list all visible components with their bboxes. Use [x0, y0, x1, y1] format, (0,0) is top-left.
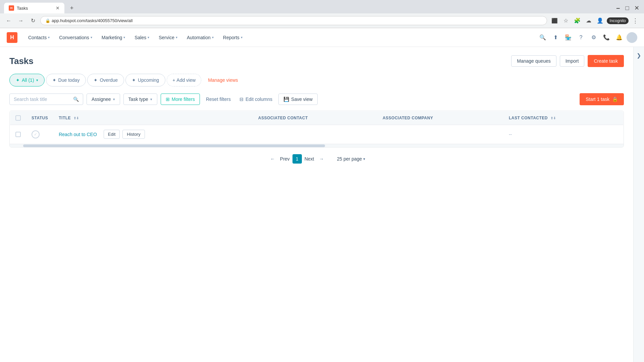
nav-service[interactable]: Service ▾ [155, 32, 181, 43]
cast-icon[interactable]: ⬛ [550, 16, 559, 25]
next-label[interactable]: Next [305, 156, 314, 162]
browser-tab[interactable]: H Tasks ✕ [4, 3, 64, 13]
right-panel-toggle[interactable]: ❯ [633, 47, 644, 362]
profile-icon[interactable]: 👤 [595, 16, 605, 25]
nav-conversations[interactable]: Conversations ▾ [55, 32, 96, 43]
start-task-label: Start 1 task [586, 97, 609, 102]
prev-page-button[interactable]: ← [268, 154, 277, 164]
notifications-icon[interactable]: 🔔 [614, 32, 625, 43]
marketplace-icon[interactable]: 🏪 [563, 32, 574, 43]
tab-due-today-label: Due today [58, 77, 80, 83]
tab-overdue[interactable]: ✦ Overdue [87, 74, 124, 86]
more-filters-button[interactable]: ⊞ More filters [161, 94, 200, 105]
tab-upcoming[interactable]: ✦ Upcoming [125, 74, 165, 86]
help-icon[interactable]: ? [576, 32, 586, 43]
sync-icon[interactable]: ☁ [584, 16, 593, 25]
tab-all-label: All (1) [22, 77, 34, 83]
tab-all-chevron-icon: ▾ [36, 78, 38, 82]
new-tab-button[interactable]: + [67, 3, 76, 13]
tab-close-icon[interactable]: ✕ [56, 5, 60, 11]
search-input[interactable] [14, 97, 70, 102]
select-all-header[interactable] [10, 111, 26, 125]
next-page-button[interactable]: → [317, 154, 326, 164]
contact-column-header: ASSOCIATED CONTACT [253, 111, 377, 125]
automation-chevron-icon: ▾ [212, 36, 214, 39]
create-task-button[interactable]: Create task [588, 55, 624, 67]
search-icon[interactable]: 🔍 [537, 32, 548, 43]
address-bar[interactable]: 🔒 app.hubspot.com/tasks/40055750/view/al… [40, 16, 547, 25]
status-circle[interactable]: ✓ [32, 130, 40, 138]
service-chevron-icon: ▾ [176, 36, 177, 39]
start-task-button[interactable]: Start 1 task 🔒 [580, 93, 624, 105]
task-type-label: Task type [128, 97, 148, 102]
reports-chevron-icon: ▾ [241, 36, 243, 39]
table-scrollbar[interactable] [10, 144, 624, 147]
incognito-badge: Incognito [607, 17, 629, 24]
reset-filters-button[interactable]: Reset filters [203, 94, 233, 105]
per-page-selector[interactable]: 25 per page ▾ [337, 156, 365, 162]
settings-icon[interactable]: ⚙ [588, 32, 599, 43]
manage-views-button[interactable]: Manage views [204, 75, 242, 85]
view-tabs: ✦ All (1) ▾ ✦ Due today ✦ Overdue ✦ Upco… [9, 74, 624, 86]
import-button[interactable]: Import [560, 55, 585, 67]
search-box[interactable]: 🔍 [9, 94, 83, 105]
upgrade-icon[interactable]: ⬆ [550, 32, 561, 43]
hubspot-logo[interactable]: H [7, 32, 17, 43]
conversations-chevron-icon: ▾ [91, 36, 92, 39]
history-task-button[interactable]: History [122, 130, 145, 139]
page-1-button[interactable]: 1 [292, 154, 302, 164]
contacts-chevron-icon: ▾ [48, 36, 50, 39]
address-text: app.hubspot.com/tasks/40055750/view/all [52, 18, 132, 23]
row-company-cell [377, 125, 503, 144]
assignee-label: Assignee [92, 97, 111, 102]
menu-icon[interactable]: ⋮ [631, 16, 640, 25]
calls-icon[interactable]: 📞 [601, 32, 612, 43]
restore-icon[interactable]: □ [624, 5, 631, 11]
row-checkbox[interactable] [15, 132, 21, 137]
manage-queues-button[interactable]: Manage queues [511, 55, 556, 67]
minimize-icon[interactable]: ‒ [614, 5, 621, 11]
save-view-button[interactable]: 💾 Save view [278, 94, 318, 105]
nav-sales[interactable]: Sales ▾ [130, 32, 153, 43]
row-contact-cell [253, 125, 377, 144]
tab-all[interactable]: ✦ All (1) ▾ [9, 74, 45, 86]
marketing-chevron-icon: ▾ [123, 36, 125, 39]
assignee-filter-button[interactable]: Assignee ▾ [87, 94, 120, 105]
task-title-link[interactable]: Reach out to CEO [59, 132, 97, 137]
refresh-button[interactable]: ↻ [28, 16, 38, 25]
table-scrollbar-thumb[interactable] [23, 144, 325, 147]
close-icon[interactable]: ✕ [633, 5, 640, 11]
tab-due-today-icon: ✦ [52, 77, 56, 83]
lock-icon: 🔒 [612, 97, 618, 102]
back-button[interactable]: ← [4, 16, 13, 25]
task-type-filter-button[interactable]: Task type ▾ [123, 94, 157, 105]
last-contacted-column-header[interactable]: LAST CONTACTED ⬆⬇ [503, 111, 624, 125]
forward-button[interactable]: → [16, 16, 25, 25]
pagination: ← Prev 1 Next → 25 per page ▾ [9, 154, 624, 164]
per-page-chevron-icon: ▾ [363, 157, 365, 161]
row-status-cell[interactable]: ✓ [26, 125, 53, 144]
tasks-table-wrapper: STATUS TITLE ⬆⬇ ASSOCIATED CONTACT ASSOC… [9, 111, 624, 147]
task-type-chevron-icon: ▾ [150, 97, 152, 102]
row-checkbox-cell[interactable] [10, 125, 26, 144]
select-all-checkbox[interactable] [15, 115, 21, 121]
edit-columns-button[interactable]: ⊟ Edit columns [237, 94, 275, 105]
nav-reports[interactable]: Reports ▾ [219, 32, 247, 43]
nav-automation[interactable]: Automation ▾ [183, 32, 218, 43]
tab-upcoming-label: Upcoming [138, 77, 159, 83]
title-sort-icon: ⬆⬇ [73, 116, 79, 120]
tab-title: Tasks [17, 6, 28, 11]
user-avatar[interactable] [627, 32, 637, 43]
edit-task-button[interactable]: Edit [104, 130, 120, 139]
filter-bar: 🔍 Assignee ▾ Task type ▾ ⊞ More filters … [9, 93, 624, 105]
bookmark-icon[interactable]: ☆ [561, 16, 571, 25]
prev-label[interactable]: Prev [280, 156, 290, 162]
window-controls: ‒ □ ✕ [614, 5, 640, 11]
nav-contacts[interactable]: Contacts ▾ [24, 32, 54, 43]
edit-columns-label: Edit columns [246, 97, 272, 102]
tab-due-today[interactable]: ✦ Due today [46, 74, 86, 86]
nav-marketing[interactable]: Marketing ▾ [98, 32, 129, 43]
extensions-icon[interactable]: 🧩 [573, 16, 582, 25]
title-column-header[interactable]: TITLE ⬆⬇ [53, 111, 253, 125]
add-view-button[interactable]: + Add view [167, 74, 201, 86]
